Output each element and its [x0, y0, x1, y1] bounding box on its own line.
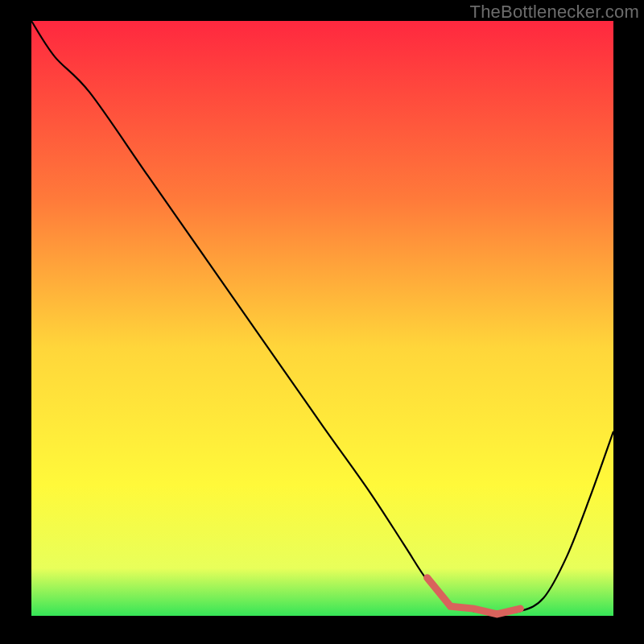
chart-frame: { "attribution": "TheBottlenecker.com", …: [0, 0, 644, 644]
bottleneck-chart: [0, 0, 644, 644]
plot-background: [31, 21, 613, 616]
attribution-text: TheBottlenecker.com: [470, 2, 639, 23]
